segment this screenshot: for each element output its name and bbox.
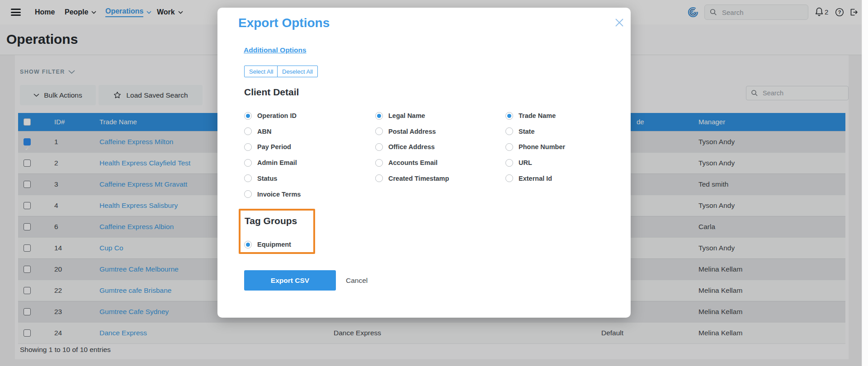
- radio-pay-period[interactable]: Pay Period: [244, 139, 291, 155]
- export-csv-button[interactable]: Export CSV: [244, 270, 336, 291]
- radio-label: ABN: [257, 128, 271, 135]
- radio-unselected-icon: [375, 159, 383, 167]
- radio-label: State: [519, 128, 534, 135]
- radio-invoice-terms[interactable]: Invoice Terms: [244, 187, 301, 202]
- radio-status[interactable]: Status: [244, 171, 277, 186]
- radio-phone-number[interactable]: Phone Number: [505, 139, 565, 155]
- radio-unselected-icon: [375, 127, 383, 135]
- app-window: Home People Operations Work: [0, 0, 868, 366]
- radio-label: Postal Address: [388, 128, 436, 135]
- radio-label: Equipment: [257, 241, 291, 248]
- radio-legal-name[interactable]: Legal Name: [375, 108, 425, 123]
- radio-url[interactable]: URL: [505, 155, 532, 170]
- radio-trade-name[interactable]: Trade Name: [505, 108, 556, 123]
- radio-label: Trade Name: [519, 112, 556, 119]
- radio-selected-icon: [244, 241, 252, 249]
- radio-admin-email[interactable]: Admin Email: [244, 155, 297, 170]
- radio-label: Pay Period: [257, 143, 291, 150]
- radio-label: Phone Number: [519, 143, 565, 150]
- radio-operation-id[interactable]: Operation ID: [244, 108, 297, 123]
- radio-label: Operation ID: [257, 112, 297, 119]
- radio-label: Status: [257, 175, 277, 182]
- radio-selected-icon: [244, 112, 252, 120]
- radio-created-timestamp[interactable]: Created Timestamp: [375, 171, 449, 186]
- radio-selected-icon: [375, 112, 383, 120]
- cancel-button[interactable]: Cancel: [346, 276, 368, 286]
- radio-label: Accounts Email: [388, 159, 438, 166]
- radio-unselected-icon: [244, 143, 252, 151]
- radio-unselected-icon: [505, 159, 513, 167]
- radio-label: Admin Email: [257, 159, 297, 166]
- select-all-button[interactable]: Select All: [244, 66, 278, 77]
- close-icon[interactable]: [614, 17, 625, 28]
- radio-unselected-icon: [244, 159, 252, 167]
- radio-unselected-icon: [375, 174, 383, 182]
- additional-options-link[interactable]: Additional Options: [244, 46, 307, 54]
- client-detail-heading: Client Detail: [244, 87, 299, 98]
- radio-label: Office Address: [388, 143, 435, 150]
- radio-state[interactable]: State: [505, 124, 534, 139]
- radio-label: Legal Name: [388, 112, 425, 119]
- scrollbar[interactable]: [862, 0, 868, 366]
- radio-accounts-email[interactable]: Accounts Email: [375, 155, 438, 170]
- radio-selected-icon: [505, 112, 513, 120]
- radio-unselected-icon: [244, 190, 252, 198]
- radio-abn[interactable]: ABN: [244, 124, 271, 139]
- radio-unselected-icon: [244, 127, 252, 135]
- radio-unselected-icon: [505, 127, 513, 135]
- tag-groups-heading: Tag Groups: [245, 216, 297, 226]
- radio-unselected-icon: [505, 174, 513, 182]
- radio-unselected-icon: [375, 143, 383, 151]
- radio-external-id[interactable]: External Id: [505, 171, 552, 186]
- radio-postal-address[interactable]: Postal Address: [375, 124, 436, 139]
- radio-equipment[interactable]: Equipment: [244, 237, 291, 252]
- radio-unselected-icon: [244, 174, 252, 182]
- radio-label: URL: [519, 159, 532, 166]
- radio-office-address[interactable]: Office Address: [375, 139, 435, 155]
- radio-unselected-icon: [505, 143, 513, 151]
- radio-label: External Id: [519, 175, 552, 182]
- radio-label: Invoice Terms: [257, 191, 301, 198]
- radio-label: Created Timestamp: [388, 175, 449, 182]
- deselect-all-button[interactable]: Deselect All: [277, 66, 318, 77]
- modal-title: Export Options: [238, 16, 330, 30]
